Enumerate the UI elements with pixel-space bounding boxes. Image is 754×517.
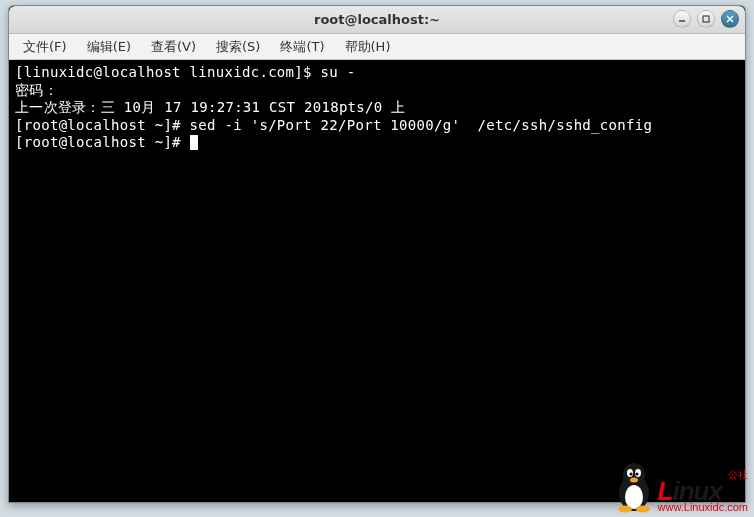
minimize-button[interactable] [673,10,691,28]
menu-terminal[interactable]: 终端(T) [272,35,332,59]
window-title: root@localhost:~ [314,12,440,27]
menu-edit[interactable]: 编辑(E) [79,35,139,59]
terminal-line: [linuxidc@localhost linuxidc.com]$ su - [15,64,355,80]
close-button[interactable] [721,10,739,28]
terminal-line: 密码： [15,82,58,98]
menubar: 文件(F) 编辑(E) 查看(V) 搜索(S) 终端(T) 帮助(H) [9,34,745,60]
terminal-cursor [190,135,198,150]
terminal-output[interactable]: [linuxidc@localhost linuxidc.com]$ su - … [9,60,745,502]
terminal-line: 上一次登录：三 10月 17 19:27:31 CST 2018pts/0 上 [15,99,406,115]
terminal-line: [root@localhost ~]# [15,134,190,150]
svg-point-13 [636,506,650,513]
maximize-button[interactable] [697,10,715,28]
menu-search[interactable]: 搜索(S) [208,35,268,59]
watermark-url: www.Linuxidc.com [658,502,748,513]
window-controls [673,10,739,28]
menu-help[interactable]: 帮助(H) [337,35,399,59]
svg-rect-1 [703,16,709,22]
svg-point-12 [618,506,632,513]
terminal-line: [root@localhost ~]# sed -i 's/Port 22/Po… [15,117,652,133]
terminal-window: root@localhost:~ 文件(F) 编辑(E) 查看(V) 搜索(S)… [8,5,746,503]
titlebar[interactable]: root@localhost:~ [9,6,745,34]
menu-file[interactable]: 文件(F) [15,35,75,59]
menu-view[interactable]: 查看(V) [143,35,204,59]
